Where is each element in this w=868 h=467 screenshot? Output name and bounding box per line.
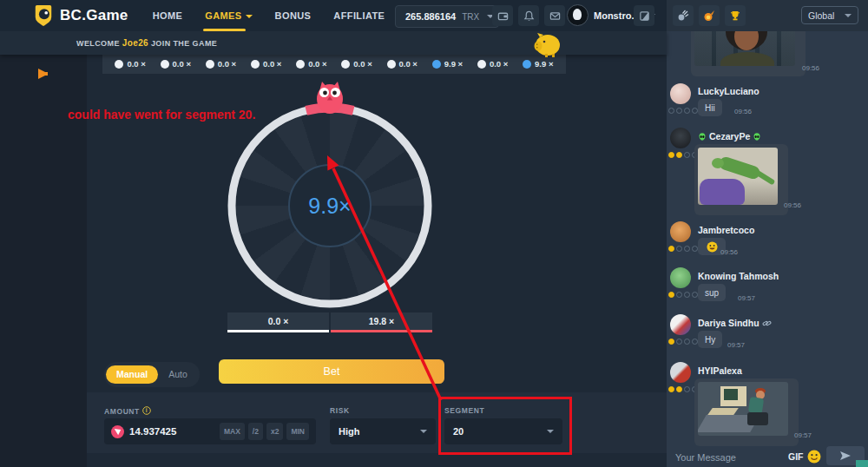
nav-games[interactable]: GAMES	[205, 10, 252, 21]
bcgame-logo[interactable]: BC.Game	[33, 4, 128, 27]
result-dot-icon	[477, 60, 486, 69]
avatar[interactable]	[670, 314, 691, 335]
emoji-picker-icon[interactable]	[807, 450, 821, 464]
trophy-icon	[729, 10, 741, 22]
svg-text:i: i	[146, 407, 148, 413]
chat-channel-select[interactable]: Global	[801, 6, 858, 24]
annotation-text: could have went for segment 20.	[68, 108, 255, 122]
welcome-username: Joe26	[122, 38, 148, 48]
nav-affiliate[interactable]: AFFILIATE	[333, 10, 385, 21]
alien-icon	[753, 132, 761, 141]
chevron-down-icon	[845, 14, 852, 17]
result-dot-icon	[161, 60, 169, 69]
wallet-icon	[497, 10, 509, 22]
balance-currency: TRX	[462, 12, 479, 22]
history-chip: 0.0 ×	[477, 59, 508, 69]
computer-gif-image	[698, 382, 788, 436]
quests-button[interactable]	[673, 5, 694, 26]
avatar[interactable]	[670, 128, 691, 148]
min-button[interactable]: MIN	[286, 423, 309, 440]
bcgame-logo-icon	[33, 4, 54, 27]
result-dot-icon	[206, 60, 214, 69]
double-button[interactable]: x2	[266, 423, 283, 440]
leaderboard-button[interactable]	[725, 5, 746, 26]
gif-button[interactable]: GIF	[788, 451, 804, 462]
avatar[interactable]	[670, 362, 691, 383]
risk-label: RISK	[330, 406, 350, 415]
wheel: 9.9×	[227, 103, 432, 308]
owl-mascot-icon	[311, 80, 349, 115]
result-tab-high: 19.8 ×	[331, 312, 432, 332]
chat-username[interactable]: HYIPalexa	[698, 365, 742, 376]
nav-bonus[interactable]: BONUS	[275, 10, 312, 21]
megaphone-icon	[36, 67, 50, 81]
top-navbar: BC.Game HOME GAMES BONUS AFFILIATE FORUM…	[0, 0, 667, 31]
chat-username[interactable]: LuckyLuciano	[698, 86, 760, 96]
amount-label: AMOUNT i	[104, 406, 151, 416]
amount-input[interactable]: 14.937425 MAX /2 x2 MIN	[104, 418, 316, 444]
result-tab-low: 0.0 ×	[227, 312, 329, 332]
history-chip: 9.9 ×	[523, 59, 553, 69]
welcome-text: WELCOME Joe26 JOIN THE GAME	[76, 38, 217, 48]
chevron-down-icon	[246, 15, 253, 18]
chat-message: Hy	[698, 331, 722, 348]
manual-tab[interactable]: Manual	[106, 365, 158, 384]
chat-message: sup	[698, 284, 726, 301]
chat-message: Hii	[698, 99, 722, 116]
welcome-banner: WELCOME Joe26 JOIN THE GAME	[0, 31, 667, 55]
send-icon	[839, 451, 852, 461]
bell-icon	[523, 10, 535, 22]
result-dot-icon	[296, 60, 305, 69]
logo-text: BC.Game	[60, 7, 128, 24]
avatar[interactable]	[670, 83, 691, 104]
risk-select[interactable]: High	[330, 418, 436, 444]
history-chip: 9.9 ×	[432, 59, 463, 69]
wallet-button[interactable]	[492, 5, 513, 26]
trx-coin-icon	[111, 425, 124, 438]
piggy-bank-icon	[531, 31, 564, 57]
wheel-center-multiplier: 9.9×	[288, 164, 372, 247]
corner-widget[interactable]	[856, 460, 868, 467]
chat-username[interactable]: Knowing Tahmosh	[698, 271, 779, 281]
chat-toggle-button[interactable]	[634, 5, 654, 26]
chat-message-image	[694, 144, 788, 215]
message-time: 09:57	[738, 294, 755, 302]
nav-home[interactable]: HOME	[153, 10, 183, 21]
info-icon: i	[142, 406, 151, 415]
balance-amount: 265.886164	[405, 11, 456, 22]
avatar	[567, 4, 589, 26]
half-button[interactable]: /2	[248, 423, 263, 440]
message-time: 09:56	[784, 201, 801, 209]
chat-message-input[interactable]	[674, 448, 781, 467]
result-dot-icon	[341, 60, 350, 69]
avatar[interactable]	[670, 267, 691, 288]
chain-icon	[762, 319, 772, 328]
auto-tab[interactable]: Auto	[158, 365, 198, 384]
chat-input-row: GIF	[667, 448, 868, 467]
balance-dropdown[interactable]: 265.886164 TRX	[395, 5, 499, 28]
history-chip: 0.0 ×	[161, 59, 191, 69]
chat-username[interactable]: Dariya Sindhu	[698, 318, 772, 328]
avatar[interactable]	[670, 221, 691, 242]
mail-icon	[549, 10, 561, 22]
history-chip: 0.0 ×	[115, 59, 145, 69]
chat-username[interactable]: CezaryPe	[698, 131, 761, 141]
chevron-down-icon	[420, 430, 427, 433]
result-dot-icon	[387, 60, 396, 69]
lizard-gif-image	[698, 148, 778, 205]
hot-games-button[interactable]	[699, 5, 720, 26]
history-chip: 0.0 ×	[296, 59, 326, 69]
username: Monstro...	[594, 10, 640, 21]
chat-panel: 09:56 LuckyLuciano Hii 09:56 CezaryPe 09…	[667, 31, 868, 467]
annotation-box	[438, 397, 572, 455]
multiplier-history: 0.0 × 0.0 × 0.0 × 0.0 × 0.0 × 0.0 × 0.0 …	[102, 54, 566, 74]
messages-button[interactable]	[544, 5, 565, 26]
message-time: 09:56	[720, 248, 738, 256]
chat-username[interactable]: Jambretcoco	[698, 225, 754, 235]
bet-button[interactable]: Bet	[219, 359, 444, 384]
max-button[interactable]: MAX	[220, 423, 245, 440]
chat-message-image	[691, 31, 806, 76]
notifications-button[interactable]	[518, 5, 539, 26]
meteor-icon	[677, 10, 689, 22]
result-dot-icon	[523, 60, 531, 69]
